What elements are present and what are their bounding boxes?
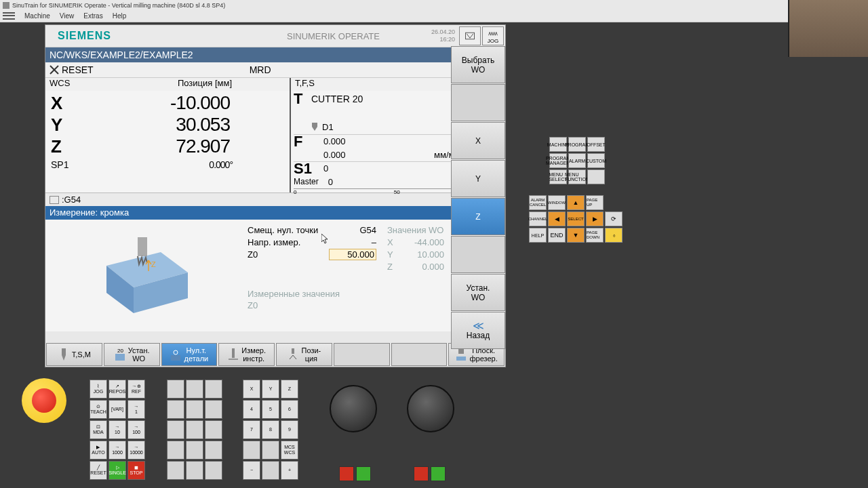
hsk-tsm[interactable]: T,S,M xyxy=(46,343,102,366)
vsk-z[interactable]: Z xyxy=(451,198,505,235)
dir-value[interactable]: – xyxy=(329,237,376,247)
mcp-mda[interactable]: ⊡MDA xyxy=(90,420,107,439)
mcp-7[interactable]: 7 xyxy=(243,420,260,439)
machine-mode-icon[interactable] xyxy=(459,26,481,45)
mcp-rapid[interactable] xyxy=(262,461,279,480)
mrd-label: MRD xyxy=(250,64,271,75)
mcp-8[interactable]: 8 xyxy=(262,420,279,439)
hsk-position[interactable]: Пози- ция xyxy=(276,343,332,366)
key-pgdn[interactable]: PAGE DOWN xyxy=(586,228,604,243)
key-offset[interactable]: OFFSET xyxy=(587,137,605,152)
mcp-b2[interactable] xyxy=(186,380,203,399)
key-blank[interactable] xyxy=(587,169,605,184)
vertical-softkeys: Выбрать WO X Y Z Устан. WO ≪ Назад xyxy=(451,46,505,350)
emergency-stop[interactable] xyxy=(22,378,66,423)
mcp-6[interactable]: 6 xyxy=(281,400,298,419)
hsk-empty-6 xyxy=(334,343,390,366)
key-left[interactable]: ◀ xyxy=(548,211,566,226)
mcp-9[interactable]: 9 xyxy=(281,420,298,439)
mcp-minus[interactable]: − xyxy=(243,461,260,480)
feed-override-dial[interactable] xyxy=(330,385,377,432)
mcp-y[interactable]: Y xyxy=(262,380,279,399)
key-window[interactable]: WINDOW xyxy=(548,195,566,210)
vsk-y[interactable]: Y xyxy=(451,160,505,197)
key-help[interactable]: HELP xyxy=(529,228,547,243)
mcp-x[interactable]: X xyxy=(243,380,260,399)
back-icon: ≪ xyxy=(473,321,484,331)
jog-mode-icon[interactable]: JOG xyxy=(482,26,504,45)
menu-view[interactable]: View xyxy=(60,12,75,20)
menu-extras[interactable]: Extras xyxy=(83,12,102,20)
mcp-b4[interactable] xyxy=(167,400,184,419)
hsk-measure-tool[interactable]: Измер. инстр. xyxy=(218,343,275,366)
mcp-b7[interactable] xyxy=(167,420,184,439)
mcp-b11[interactable] xyxy=(186,441,203,460)
feed-start[interactable] xyxy=(356,466,371,481)
vsk-set-wo[interactable]: Устан. WO xyxy=(451,274,505,311)
mcp-inc1000[interactable]: →1000 xyxy=(108,441,126,460)
key-pgup[interactable]: PAGE UP xyxy=(586,195,604,210)
mcp-b1[interactable] xyxy=(167,380,184,399)
key-input[interactable]: ⬨ xyxy=(605,228,623,243)
edge-illustration: Z xyxy=(45,220,242,331)
hsk-workpiece-zero[interactable]: Нул.т. детали xyxy=(161,343,218,366)
mcp-b8[interactable] xyxy=(186,420,203,439)
mcp-inc100[interactable]: →100 xyxy=(127,420,145,439)
mcp-single[interactable]: ▷SINGLE xyxy=(108,461,126,480)
key-program[interactable]: PROGRAM xyxy=(568,137,586,152)
mcp-inc1[interactable]: →1 xyxy=(127,400,145,419)
spindle-stop[interactable] xyxy=(414,466,429,481)
mcp-b12[interactable] xyxy=(205,441,222,460)
mcp-b9[interactable] xyxy=(205,420,222,439)
mcp-z[interactable]: Z xyxy=(281,380,298,399)
vsk-select-wo[interactable]: Выбрать WO xyxy=(451,46,505,83)
mcp-b15[interactable] xyxy=(205,461,222,480)
feed-stop[interactable] xyxy=(339,466,354,481)
spindle-start[interactable] xyxy=(431,466,446,481)
mcp-r4b[interactable] xyxy=(262,441,279,460)
mcp-b5[interactable] xyxy=(186,400,203,419)
mcp-b14[interactable] xyxy=(186,461,203,480)
mcp-mcswcs[interactable]: MCS WCS xyxy=(281,441,298,460)
mcp-b13[interactable] xyxy=(167,461,184,480)
feed-buttons xyxy=(339,466,371,481)
menu-help[interactable]: Help xyxy=(113,12,127,20)
key-reset[interactable]: ⟳ xyxy=(605,211,623,226)
spindle-override-dial[interactable] xyxy=(407,385,454,432)
mcp-refpoint[interactable]: →⊕REF xyxy=(127,380,145,399)
mcp-b3[interactable] xyxy=(205,380,222,399)
menu-burger-icon[interactable] xyxy=(3,12,15,21)
key-prog-mgr[interactable]: PROGRAM MANAGER xyxy=(549,153,567,168)
key-down[interactable]: ▼ xyxy=(567,228,585,243)
mcp-r4a[interactable] xyxy=(243,441,260,460)
key-right[interactable]: ▶ xyxy=(586,211,604,226)
mcp-cycle-stop[interactable]: ◼STOP xyxy=(127,461,145,480)
key-select[interactable]: SELECT xyxy=(567,211,585,226)
key-custom[interactable]: CUSTOM xyxy=(587,153,605,168)
mcp-4[interactable]: 4 xyxy=(243,400,260,419)
key-alarm[interactable]: ALARM xyxy=(568,153,586,168)
key-menu-func[interactable]: MENU FUNCTION xyxy=(568,169,586,184)
mcp-teach[interactable]: ⊙TEACH xyxy=(90,400,107,419)
offset-value[interactable]: G54 xyxy=(329,225,376,235)
key-channel[interactable]: CHANNEL xyxy=(529,211,547,226)
z0-input[interactable]: 50.000 xyxy=(329,249,376,260)
mcp-repos[interactable]: ↗REPOS xyxy=(108,380,126,399)
mcp-reset[interactable]: ╱RESET xyxy=(90,461,107,480)
mcp-b10[interactable] xyxy=(167,441,184,460)
mcp-5[interactable]: 5 xyxy=(262,400,279,419)
menu-machine[interactable]: Machine xyxy=(24,12,50,20)
mcp-plus[interactable]: + xyxy=(281,461,298,480)
key-up[interactable]: ▲ xyxy=(567,195,585,210)
vsk-x[interactable]: X xyxy=(451,122,505,159)
mcp-b6[interactable] xyxy=(205,400,222,419)
mcp-inc10[interactable]: →10 xyxy=(108,420,126,439)
mcp-jog[interactable]: ⌇JOG xyxy=(90,380,107,399)
hsk-set-wo[interactable]: 20 Устан. WO xyxy=(104,343,160,366)
key-alarm-cancel[interactable]: ALARM CANCEL xyxy=(529,195,547,210)
mcp-var[interactable]: [VAR] xyxy=(108,400,126,419)
vsk-back[interactable]: ≪ Назад xyxy=(451,312,505,349)
mcp-auto[interactable]: ▶AUTO xyxy=(90,441,107,460)
key-end[interactable]: END xyxy=(548,228,566,243)
mcp-inc10000[interactable]: →10000 xyxy=(127,441,145,460)
